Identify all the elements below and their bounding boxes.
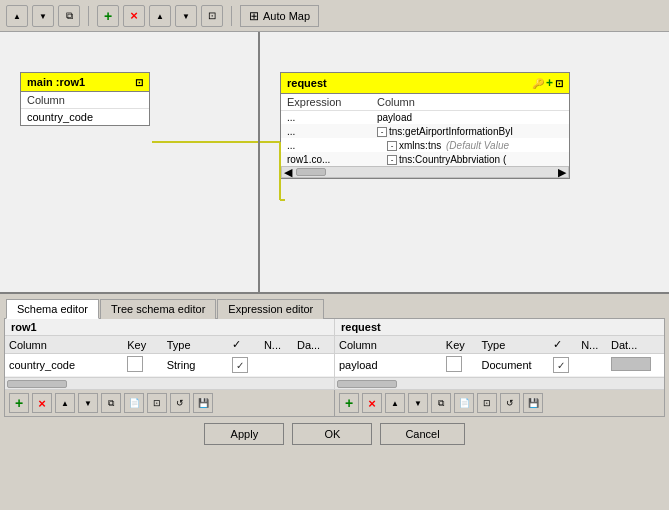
key-checkbox-0[interactable] — [127, 356, 143, 372]
left-map-btn[interactable]: ⊡ — [147, 393, 167, 413]
right-add-btn[interactable]: + — [339, 393, 359, 413]
canvas-right: request 🔑 + ⊡ Expression Column — [260, 32, 669, 292]
ok-button[interactable]: OK — [292, 423, 372, 445]
schema-panels: row1 Column Key Type ✓ N... Da... — [5, 319, 664, 389]
request-map-icon: ⊡ — [555, 78, 563, 89]
down2-icon — [182, 10, 190, 21]
add-button-top[interactable]: + — [97, 5, 119, 27]
delete-button-top[interactable]: × — [123, 5, 145, 27]
right-panel-scrollbar[interactable] — [335, 377, 664, 389]
main-box-icons: ⊡ — [135, 77, 143, 88]
left-col-type: Type — [163, 336, 229, 354]
map-icon: ⊡ — [208, 10, 216, 21]
col-header: Column — [371, 94, 569, 111]
request-add-icon[interactable]: + — [546, 76, 553, 90]
col-0: payload — [371, 111, 569, 125]
right-row0-n — [577, 354, 607, 377]
left-arrow[interactable]: ◀ — [284, 166, 292, 179]
left-add-btn[interactable]: + — [9, 393, 29, 413]
request-box-icons: 🔑 + ⊡ — [532, 76, 563, 90]
right-del-btn[interactable]: × — [362, 393, 382, 413]
apply-button[interactable]: Apply — [204, 423, 284, 445]
request-box-header: request 🔑 + ⊡ — [281, 73, 569, 94]
right-copy-icon: ⧉ — [438, 398, 444, 409]
canvas-area: main :row1 ⊡ Column country_code — [0, 32, 669, 292]
tab-expression[interactable]: Expression editor — [217, 299, 324, 319]
right-up-icon — [391, 398, 399, 408]
tab-schema[interactable]: Schema editor — [6, 299, 99, 319]
left-table-wrapper[interactable]: Column Key Type ✓ N... Da... — [5, 336, 334, 377]
tree-node-3: - tns:CountryAbbrviation ( — [387, 154, 506, 165]
right-table-wrapper[interactable]: Column Key Type ✓ N... Dat... — [335, 336, 664, 377]
left-copy-icon: ⧉ — [108, 398, 114, 409]
right-panel-title: request — [335, 319, 664, 336]
left-page-icon: 📄 — [129, 398, 140, 408]
main-col-header: Column — [21, 92, 149, 109]
left-save-btn[interactable]: 💾 — [193, 393, 213, 413]
col-label-3: tns:CountryAbbrviation ( — [399, 154, 506, 165]
left-col-column: Column — [5, 336, 123, 354]
tree-box-1: - — [377, 127, 387, 137]
top-toolbar: ⧉ + × ⊡ ⊞ Auto Map — [0, 0, 669, 32]
right-bottom-toolbar: + × ⧉ 📄 ⊡ ↺ 💾 — [335, 390, 664, 416]
left-up-btn[interactable] — [55, 393, 75, 413]
right-schema-table: Column Key Type ✓ N... Dat... — [335, 336, 664, 377]
right-refresh-btn[interactable]: ↺ — [500, 393, 520, 413]
left-panel-scrollbar[interactable] — [5, 377, 334, 389]
request-row-2: ... - xmlns:tns (Default Value — [281, 138, 569, 152]
request-table: Expression Column ... payload ... — [281, 94, 569, 166]
down-button[interactable] — [32, 5, 54, 27]
right-save-icon: 💾 — [528, 398, 539, 408]
left-row0-da — [293, 354, 334, 377]
right-check-checkbox-0[interactable] — [553, 357, 569, 373]
down2-button[interactable] — [175, 5, 197, 27]
right-row0-type: Document — [477, 354, 548, 377]
bottom-panel: Schema editor Tree schema editor Express… — [0, 292, 669, 451]
up-button[interactable] — [6, 5, 28, 27]
right-page-icon: 📄 — [459, 398, 470, 408]
right-down-btn[interactable] — [408, 393, 428, 413]
right-scrollbar-thumb[interactable] — [337, 380, 397, 388]
right-arrow[interactable]: ▶ — [558, 166, 566, 179]
tabs-content: row1 Column Key Type ✓ N... Da... — [4, 318, 665, 417]
left-row0-key — [123, 354, 162, 377]
request-row-3: row1.co... - tns:CountryAbbrviation ( — [281, 152, 569, 166]
right-key-checkbox-0[interactable] — [446, 356, 462, 372]
toolbar-sep-2 — [231, 6, 232, 26]
left-scrollbar-thumb[interactable] — [7, 380, 67, 388]
tree-box-2: - — [387, 141, 397, 151]
left-down-btn[interactable] — [78, 393, 98, 413]
right-up-btn[interactable] — [385, 393, 405, 413]
left-bottom-toolbar: + × ⧉ 📄 ⊡ ↺ 💾 — [5, 390, 335, 416]
copy-button[interactable]: ⧉ — [58, 5, 80, 27]
left-table-header: Column Key Type ✓ N... Da... — [5, 336, 334, 354]
left-del-btn[interactable]: × — [32, 393, 52, 413]
indent-2: - xmlns:tns (Default Value — [387, 139, 509, 151]
right-copy-btn[interactable]: ⧉ — [431, 393, 451, 413]
left-row0-check — [228, 354, 260, 377]
left-page-btn[interactable]: 📄 — [124, 393, 144, 413]
col-2: - xmlns:tns (Default Value — [371, 138, 569, 152]
auto-map-button[interactable]: ⊞ Auto Map — [240, 5, 319, 27]
left-save-icon: 💾 — [198, 398, 209, 408]
right-page-btn[interactable]: 📄 — [454, 393, 474, 413]
delete-icon-top: × — [130, 8, 138, 23]
request-row-1: ... - tns:getAirportInformationByI — [281, 124, 569, 138]
right-save-btn[interactable]: 💾 — [523, 393, 543, 413]
tab-tree-label: Tree schema editor — [111, 303, 205, 315]
map-button[interactable]: ⊡ — [201, 5, 223, 27]
left-copy-btn[interactable]: ⧉ — [101, 393, 121, 413]
right-col-check: ✓ — [549, 336, 577, 354]
check-checkbox-0[interactable] — [232, 357, 248, 373]
scrollbar-thumb[interactable] — [296, 168, 326, 176]
left-refresh-btn[interactable]: ↺ — [170, 393, 190, 413]
col-label-1: tns:getAirportInformationByI — [389, 126, 513, 137]
right-map-icon: ⊡ — [483, 398, 491, 408]
connection-svg — [0, 32, 258, 292]
request-hscrollbar[interactable]: ◀ ▶ — [281, 166, 569, 178]
left-panel-title: row1 — [5, 319, 334, 336]
tab-tree[interactable]: Tree schema editor — [100, 299, 216, 319]
cancel-button[interactable]: Cancel — [380, 423, 464, 445]
right-map-btn[interactable]: ⊡ — [477, 393, 497, 413]
up2-button[interactable] — [149, 5, 171, 27]
